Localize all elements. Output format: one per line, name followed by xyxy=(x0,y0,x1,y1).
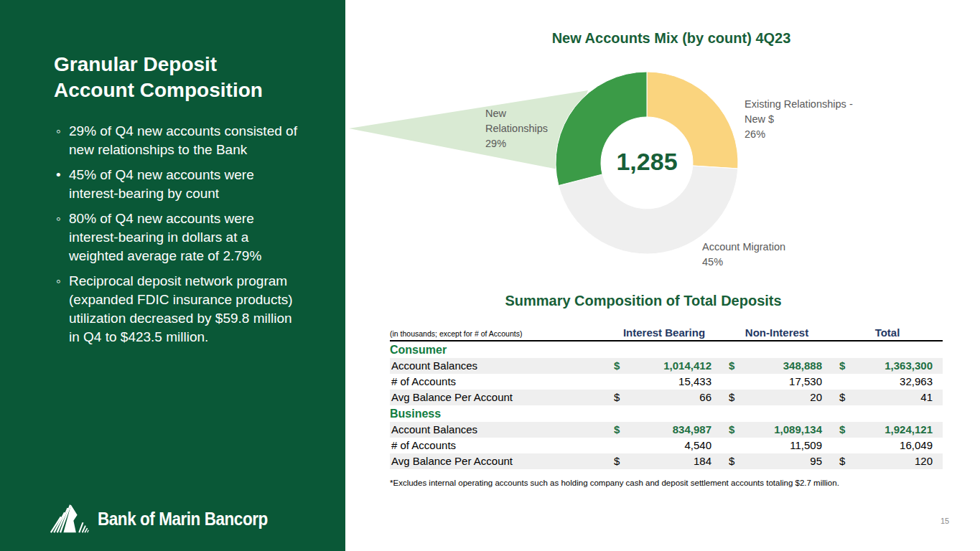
dollar-sign: $ xyxy=(729,453,734,469)
bullet-item: ◦Reciprocal deposit network program(expa… xyxy=(56,272,297,347)
column-header-total: Total xyxy=(832,326,943,339)
dollar-sign: $ xyxy=(614,358,620,374)
number-value: 20 xyxy=(810,390,822,405)
dollar-sign: $ xyxy=(614,422,620,438)
table-title: Summary Composition of Total Deposits xyxy=(390,293,897,309)
cell-value: $1,363,300 xyxy=(832,358,943,374)
table-section-header: Business xyxy=(390,405,943,422)
bullet-text: Reciprocal deposit network program(expan… xyxy=(69,272,293,347)
bullet-marker: ◦ xyxy=(56,122,69,159)
dollar-sign: $ xyxy=(839,358,845,374)
dollar-sign: $ xyxy=(729,390,734,405)
number-value: 32,963 xyxy=(900,374,933,390)
dollar-sign: $ xyxy=(614,390,620,405)
row-label: Avg Balance Per Account xyxy=(390,390,607,405)
cell-value: $120 xyxy=(832,453,943,469)
bullet-list: ◦29% of Q4 new accounts consisted ofnew … xyxy=(56,122,297,347)
slide-title: Granular DepositAccount Composition xyxy=(54,52,263,103)
dollar-sign: $ xyxy=(839,453,845,469)
donut-chart xyxy=(345,0,980,287)
dollar-sign: $ xyxy=(729,358,734,374)
dollar-sign: $ xyxy=(839,422,845,438)
row-label: Avg Balance Per Account xyxy=(390,453,607,469)
sidebar-panel: Granular DepositAccount Composition ◦29%… xyxy=(0,0,345,551)
number-value: 1,924,121 xyxy=(885,422,933,438)
number-value: 184 xyxy=(694,453,711,469)
page-number: 15 xyxy=(941,517,949,525)
number-value: 66 xyxy=(699,390,711,405)
dollar-sign: $ xyxy=(839,390,845,405)
cell-value: 11,509 xyxy=(722,438,832,453)
row-label: # of Accounts xyxy=(390,374,607,390)
number-value: 16,049 xyxy=(900,438,933,453)
row-label: Account Balances xyxy=(390,358,607,374)
table-body: ConsumerAccount Balances$1,014,412$348,8… xyxy=(390,342,943,469)
column-header-non-interest: Non-Interest xyxy=(722,326,832,339)
number-value: 95 xyxy=(810,453,822,469)
label-existing-relationships: Existing Relationships -New $26% xyxy=(745,97,853,142)
number-value: 348,888 xyxy=(783,358,822,374)
mountain-logo-icon xyxy=(50,503,90,534)
table-footnote: *Excludes internal operating accounts su… xyxy=(390,479,839,487)
bullet-item: ◦80% of Q4 new accounts wereinterest-bea… xyxy=(56,209,297,265)
table-row: Avg Balance Per Account$184$95$120 xyxy=(390,453,943,469)
cell-value: $1,014,412 xyxy=(607,358,722,374)
number-value: 17,530 xyxy=(789,374,822,390)
bullet-marker: • xyxy=(56,166,69,203)
bullet-marker: ◦ xyxy=(56,272,69,347)
bullet-text: 45% of Q4 new accounts wereinterest-bear… xyxy=(69,166,254,203)
cell-value: 32,963 xyxy=(832,374,943,390)
donut-center-value: 1,285 xyxy=(589,148,704,176)
table-row: # of Accounts15,43317,53032,963 xyxy=(390,374,943,390)
number-value: 41 xyxy=(920,390,933,405)
table-section-header: Consumer xyxy=(390,342,943,358)
table-row: Account Balances$1,014,412$348,888$1,363… xyxy=(390,358,943,374)
label-account-migration: Account Migration45% xyxy=(702,240,785,270)
column-header-interest-bearing: Interest Bearing xyxy=(607,326,722,339)
cell-value: $348,888 xyxy=(722,358,832,374)
company-name: Bank of Marin Bancorp xyxy=(98,509,268,529)
bullet-text: 29% of Q4 new accounts consisted ofnew r… xyxy=(69,122,297,159)
cell-value: $41 xyxy=(832,390,943,405)
table-row: Account Balances$834,987$1,089,134$1,924… xyxy=(390,422,943,438)
cell-value: $66 xyxy=(607,390,722,405)
bullet-item: ◦29% of Q4 new accounts consisted ofnew … xyxy=(56,122,297,159)
dollar-sign: $ xyxy=(614,453,620,469)
company-logo: Bank of Marin Bancorp xyxy=(50,503,286,534)
table-row: Avg Balance Per Account$66$20$41 xyxy=(390,390,943,405)
cell-value: $1,089,134 xyxy=(722,422,832,438)
cell-value: 15,433 xyxy=(607,374,722,390)
cell-value: $1,924,121 xyxy=(832,422,943,438)
number-value: 834,987 xyxy=(673,422,711,438)
cell-value: $20 xyxy=(722,390,832,405)
number-value: 15,433 xyxy=(678,374,711,390)
dollar-sign: $ xyxy=(729,422,734,438)
bullet-text: 80% of Q4 new accounts wereinterest-bear… xyxy=(69,209,261,265)
number-value: 1,014,412 xyxy=(663,358,711,374)
number-value: 1,089,134 xyxy=(774,422,822,438)
number-value: 11,509 xyxy=(790,438,822,453)
number-value: 120 xyxy=(915,453,933,469)
bullet-marker: ◦ xyxy=(56,209,69,265)
slide: Granular DepositAccount Composition ◦29%… xyxy=(0,0,980,551)
number-value: 4,540 xyxy=(684,438,711,453)
callout-beam xyxy=(349,90,588,169)
cell-value: 17,530 xyxy=(722,374,832,390)
label-new-relationships: NewRelationships29% xyxy=(485,106,548,151)
row-label: # of Accounts xyxy=(390,438,607,453)
cell-value: 4,540 xyxy=(607,438,722,453)
table-header-row: (in thousands; except for # of Accounts)… xyxy=(390,323,943,342)
cell-value: $834,987 xyxy=(607,422,722,438)
cell-value: $184 xyxy=(607,453,722,469)
table-units-note: (in thousands; except for # of Accounts) xyxy=(390,329,607,339)
cell-value: 16,049 xyxy=(832,438,943,453)
bullet-item: •45% of Q4 new accounts wereinterest-bea… xyxy=(56,166,297,203)
number-value: 1,363,300 xyxy=(885,358,933,374)
row-label: Account Balances xyxy=(390,422,607,438)
table-row: # of Accounts4,54011,50916,049 xyxy=(390,438,943,453)
deposits-table: (in thousands; except for # of Accounts)… xyxy=(390,323,943,469)
cell-value: $95 xyxy=(722,453,832,469)
